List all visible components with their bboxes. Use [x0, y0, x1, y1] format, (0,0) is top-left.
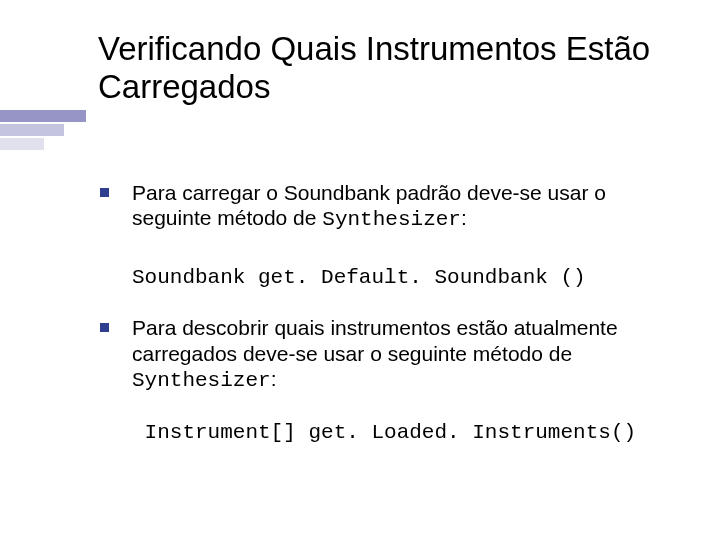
bullet-2-after: :	[271, 367, 277, 390]
spacer	[98, 289, 673, 315]
spacer	[98, 401, 673, 421]
bullet-2-code: Synthesizer	[132, 369, 271, 392]
slide-body: Para carregar o Soundbank padrão deve-se…	[98, 180, 673, 444]
decorative-stripes	[0, 110, 86, 152]
stripe-2	[0, 124, 64, 136]
slide-title: Verificando Quais Instrumentos Estão Car…	[98, 30, 678, 106]
slide: Verificando Quais Instrumentos Estão Car…	[0, 0, 720, 540]
bullet-2-text: Para descobrir quais instrumentos estão …	[132, 316, 618, 364]
code-line-1: Soundbank get. Default. Soundbank ()	[98, 266, 673, 289]
bullet-1-after: :	[461, 206, 467, 229]
spacer	[98, 240, 673, 266]
stripe-3	[0, 138, 44, 150]
code-line-2: Instrument[] get. Loaded. Instruments()	[98, 421, 673, 444]
bullet-1: Para carregar o Soundbank padrão deve-se…	[98, 180, 673, 232]
bullet-1-code: Synthesizer	[322, 208, 461, 231]
bullet-2: Para descobrir quais instrumentos estão …	[98, 315, 673, 393]
stripe-1	[0, 110, 86, 122]
